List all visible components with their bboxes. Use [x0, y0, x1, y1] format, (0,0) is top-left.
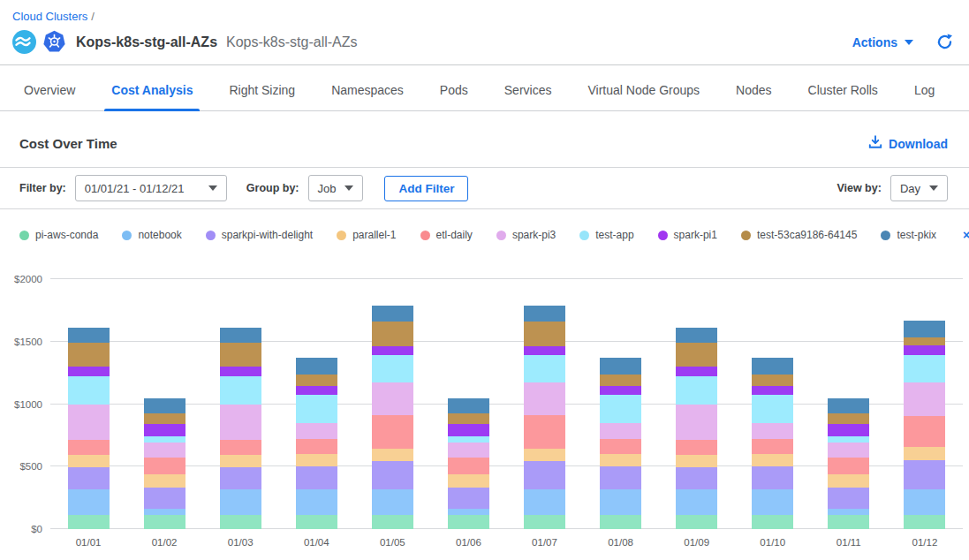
bar-segment-test-app[interactable] — [752, 395, 793, 424]
bar-segment-test-53ca9186-64145[interactable] — [448, 413, 489, 424]
bar-segment-spark-pi3[interactable] — [524, 382, 565, 415]
bar-segment-etl-daily[interactable] — [676, 440, 717, 455]
download-button[interactable]: Download — [868, 135, 948, 152]
bar-segment-test-53ca9186-64145[interactable] — [144, 413, 185, 424]
tab-right-sizing[interactable]: Right Sizing — [227, 83, 297, 110]
bar-segment-spark-pi3[interactable] — [904, 382, 945, 416]
bar-segment-pi-aws-conda[interactable] — [600, 515, 641, 529]
bar-segment-spark-pi1[interactable] — [752, 386, 793, 395]
tab-log[interactable]: Log — [912, 83, 936, 110]
bar-segment-sparkpi-with-delight[interactable] — [524, 461, 565, 490]
bar-segment-test-pkix[interactable] — [220, 328, 261, 343]
bar-segment-test-53ca9186-64145[interactable] — [524, 322, 565, 346]
bar-segment-pi-aws-conda[interactable] — [296, 515, 337, 529]
bar-segment-test-app[interactable] — [904, 355, 945, 382]
bar-segment-test-53ca9186-64145[interactable] — [904, 337, 945, 345]
bar-segment-sparkpi-with-delight[interactable] — [752, 466, 793, 489]
bar-segment-test-pkix[interactable] — [752, 358, 793, 374]
bar-segment-test-pkix[interactable] — [524, 306, 565, 322]
bar-segment-test-pkix[interactable] — [904, 321, 945, 337]
bar-segment-test-53ca9186-64145[interactable] — [828, 413, 869, 424]
legend-item-parallel-1[interactable]: parallel-1 — [337, 229, 396, 241]
bar-segment-test-pkix[interactable] — [372, 306, 413, 322]
bar-segment-notebook[interactable] — [752, 489, 793, 515]
deselect-all-button[interactable]: × Deselect All — [963, 223, 969, 247]
bar-segment-sparkpi-with-delight[interactable] — [600, 466, 641, 489]
bar-segment-test-pkix[interactable] — [448, 398, 489, 413]
bar-segment-pi-aws-conda[interactable] — [372, 515, 413, 529]
bar-segment-test-app[interactable] — [676, 376, 717, 405]
bar-segment-test-app[interactable] — [68, 376, 110, 405]
bar-segment-pi-aws-conda[interactable] — [524, 515, 565, 529]
refresh-icon[interactable] — [936, 34, 953, 50]
bar-segment-notebook[interactable] — [220, 489, 261, 515]
bar-segment-spark-pi3[interactable] — [828, 443, 869, 458]
bar-segment-pi-aws-conda[interactable] — [752, 515, 793, 529]
view-by-select[interactable]: Day — [890, 175, 948, 201]
bar-segment-parallel-1[interactable] — [144, 474, 185, 488]
legend-item-test-app[interactable]: test-app — [579, 229, 633, 241]
bar-segment-spark-pi3[interactable] — [752, 423, 793, 439]
bar-segment-parallel-1[interactable] — [296, 454, 337, 466]
bar-segment-test-53ca9186-64145[interactable] — [372, 322, 413, 346]
tab-overview[interactable]: Overview — [22, 83, 77, 110]
bar-segment-spark-pi1[interactable] — [904, 345, 945, 355]
tab-nodes[interactable]: Nodes — [734, 83, 773, 110]
bar-segment-test-53ca9186-64145[interactable] — [296, 375, 337, 386]
tab-cost-analysis[interactable]: Cost Analysis — [110, 83, 194, 110]
bar-segment-etl-daily[interactable] — [828, 458, 869, 474]
bar-segment-test-pkix[interactable] — [600, 358, 641, 374]
breadcrumb-link-cloud-clusters[interactable]: Cloud Clusters — [12, 10, 87, 23]
bar-segment-etl-daily[interactable] — [144, 458, 185, 474]
bar-segment-sparkpi-with-delight[interactable] — [68, 467, 110, 489]
bar-segment-test-pkix[interactable] — [296, 358, 337, 374]
bar-segment-pi-aws-conda[interactable] — [448, 515, 489, 529]
bar-segment-test-53ca9186-64145[interactable] — [600, 375, 641, 386]
bar-segment-etl-daily[interactable] — [904, 416, 945, 447]
bar-segment-sparkpi-with-delight[interactable] — [372, 461, 413, 490]
bar-segment-test-pkix[interactable] — [676, 328, 717, 343]
bar-segment-pi-aws-conda[interactable] — [220, 515, 261, 529]
group-by-select[interactable]: Job — [308, 175, 364, 201]
add-filter-button[interactable]: Add Filter — [384, 176, 468, 201]
legend-item-spark-pi1[interactable]: spark-pi1 — [658, 229, 717, 241]
bar-segment-pi-aws-conda[interactable] — [144, 515, 185, 529]
date-range-select[interactable]: 01/01/21 - 01/12/21 — [75, 175, 227, 201]
bar-segment-sparkpi-with-delight[interactable] — [904, 460, 945, 489]
bar-segment-spark-pi1[interactable] — [524, 346, 565, 356]
bar-segment-etl-daily[interactable] — [448, 458, 489, 474]
actions-button[interactable]: Actions — [852, 35, 913, 49]
bar-segment-sparkpi-with-delight[interactable] — [220, 467, 261, 489]
bar-segment-pi-aws-conda[interactable] — [68, 515, 110, 529]
bar-segment-spark-pi1[interactable] — [448, 424, 489, 436]
bar-segment-spark-pi3[interactable] — [448, 443, 489, 458]
bar-segment-notebook[interactable] — [296, 489, 337, 515]
bar-segment-test-app[interactable] — [600, 395, 641, 424]
bar-segment-etl-daily[interactable] — [600, 439, 641, 454]
bar-segment-notebook[interactable] — [600, 489, 641, 515]
bar-segment-notebook[interactable] — [448, 509, 489, 515]
bar-segment-spark-pi3[interactable] — [296, 423, 337, 439]
bar-segment-test-53ca9186-64145[interactable] — [676, 343, 717, 367]
bar-segment-parallel-1[interactable] — [372, 449, 413, 461]
bar-segment-test-53ca9186-64145[interactable] — [752, 375, 793, 386]
legend-item-spark-pi3[interactable]: spark-pi3 — [496, 229, 556, 241]
bar-segment-notebook[interactable] — [68, 489, 110, 515]
bar-segment-etl-daily[interactable] — [220, 440, 261, 455]
bar-segment-sparkpi-with-delight[interactable] — [676, 467, 717, 489]
bar-segment-spark-pi1[interactable] — [144, 424, 185, 436]
bar-segment-test-app[interactable] — [372, 355, 413, 382]
tab-cluster-rolls[interactable]: Cluster Rolls — [806, 83, 880, 110]
bar-segment-spark-pi1[interactable] — [68, 367, 110, 376]
bar-segment-spark-pi1[interactable] — [600, 386, 641, 395]
bar-segment-sparkpi-with-delight[interactable] — [828, 488, 869, 509]
bar-segment-pi-aws-conda[interactable] — [676, 515, 717, 529]
bar-segment-parallel-1[interactable] — [752, 454, 793, 466]
bar-segment-test-pkix[interactable] — [144, 398, 185, 413]
bar-segment-parallel-1[interactable] — [600, 454, 641, 466]
bar-segment-test-app[interactable] — [296, 395, 337, 424]
bar-segment-etl-daily[interactable] — [524, 415, 565, 448]
legend-item-notebook[interactable]: notebook — [122, 229, 181, 241]
bar-segment-pi-aws-conda[interactable] — [904, 515, 945, 529]
bar-segment-spark-pi1[interactable] — [296, 386, 337, 395]
